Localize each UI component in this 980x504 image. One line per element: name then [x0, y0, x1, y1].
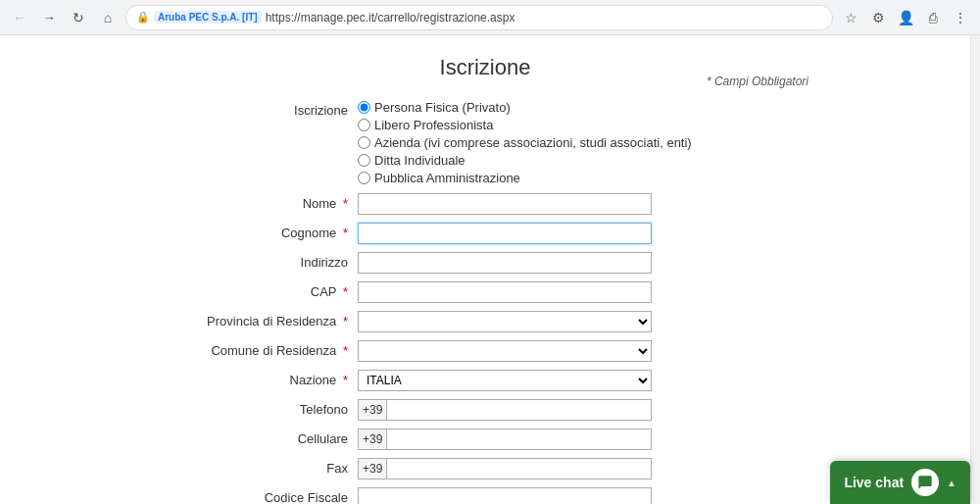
- live-chat-label: Live chat: [844, 475, 904, 490]
- bookmark-button[interactable]: ☆: [839, 6, 862, 29]
- cognome-input[interactable]: [358, 223, 652, 244]
- indirizzo-label: Indirizzo: [162, 252, 358, 270]
- iscrizione-label: Iscrizione: [162, 100, 358, 118]
- forward-button[interactable]: →: [37, 6, 61, 29]
- comune-row: Comune di Residenza *: [162, 340, 808, 362]
- codice-fiscale-input[interactable]: [358, 487, 652, 504]
- iscrizione-pubblica[interactable]: Pubblica Amministrazione: [358, 171, 808, 185]
- company-tag: Aruba PEC S.p.A. [IT]: [154, 11, 262, 24]
- nazione-select[interactable]: ITALIA: [358, 370, 652, 391]
- nazione-label: Nazione *: [162, 370, 358, 387]
- indirizzo-row: Indirizzo: [162, 252, 808, 274]
- iscrizione-azienda[interactable]: Azienda (ivi comprese associazioni, stud…: [358, 135, 808, 150]
- comune-label: Comune di Residenza *: [162, 340, 358, 358]
- iscrizione-pubblica-radio[interactable]: [358, 172, 370, 184]
- cap-input[interactable]: [358, 281, 652, 303]
- telefono-label: Telefono: [162, 399, 358, 417]
- scrollbar[interactable]: [970, 35, 980, 504]
- fax-label: Fax: [162, 458, 358, 476]
- iscrizione-persona-radio[interactable]: [358, 101, 370, 114]
- live-chat-arrow: ▲: [947, 478, 956, 488]
- url-text: https://manage.pec.it/carrello/registraz…: [266, 11, 515, 25]
- iscrizione-options: Persona Fisica (Privato) Libero Professi…: [358, 100, 808, 185]
- telefono-input[interactable]: [386, 399, 652, 421]
- codice-fiscale-label: Codice Fiscale: [162, 487, 358, 504]
- form-container: * Campi Obbligatori Iscrizione Iscrizion…: [142, 55, 828, 504]
- provincia-label: Provincia di Residenza *: [162, 311, 358, 328]
- required-note: * Campi Obbligatori: [707, 75, 808, 88]
- iscrizione-persona[interactable]: Persona Fisica (Privato): [358, 100, 808, 115]
- nome-row: Nome *: [162, 193, 808, 215]
- home-button[interactable]: ⌂: [96, 6, 120, 29]
- page-wrapper: * Campi Obbligatori Iscrizione Iscrizion…: [0, 35, 980, 504]
- iscrizione-libero-radio[interactable]: [358, 119, 370, 131]
- fax-prefix: +39: [358, 458, 386, 479]
- nome-label: Nome *: [162, 193, 358, 211]
- nome-input[interactable]: [358, 193, 652, 215]
- cellulare-prefix: +39: [358, 428, 386, 450]
- page-content: * Campi Obbligatori Iscrizione Iscrizion…: [0, 35, 970, 504]
- back-button[interactable]: ←: [8, 6, 31, 29]
- codice-fiscale-row: Codice Fiscale: [162, 487, 808, 504]
- extensions-button[interactable]: ⚙: [866, 6, 890, 29]
- cap-label: CAP *: [162, 281, 358, 299]
- cellulare-label: Cellulare: [162, 428, 358, 446]
- browser-chrome: ← → ↻ ⌂ 🔒 Aruba PEC S.p.A. [IT] https://…: [0, 0, 980, 35]
- iscrizione-row: Iscrizione Persona Fisica (Privato) Libe…: [162, 100, 808, 185]
- more-button[interactable]: ⋮: [949, 6, 972, 29]
- cellulare-row: Cellulare +39: [162, 428, 808, 450]
- lock-icon: 🔒: [136, 11, 150, 24]
- indirizzo-input[interactable]: [358, 252, 652, 274]
- reload-button[interactable]: ↻: [67, 6, 90, 29]
- address-bar[interactable]: 🔒 Aruba PEC S.p.A. [IT] https://manage.p…: [125, 5, 833, 30]
- provincia-row: Provincia di Residenza *: [162, 311, 808, 332]
- browser-actions: ☆ ⚙ 👤 ⎙ ⋮: [839, 6, 972, 29]
- cognome-label: Cognome *: [162, 223, 358, 240]
- share-button[interactable]: ⎙: [921, 6, 945, 29]
- fax-prefix-group: +39: [358, 458, 652, 479]
- iscrizione-azienda-radio[interactable]: [358, 136, 370, 149]
- iscrizione-ditta-radio[interactable]: [358, 154, 370, 167]
- provincia-select[interactable]: [358, 311, 652, 332]
- telefono-prefix-group: +39: [358, 399, 652, 421]
- cap-row: CAP *: [162, 281, 808, 303]
- telefono-row: Telefono +39: [162, 399, 808, 421]
- telefono-prefix: +39: [358, 399, 386, 421]
- fax-row: Fax +39: [162, 458, 808, 479]
- account-button[interactable]: 👤: [894, 6, 917, 29]
- live-chat-icon: [911, 469, 939, 496]
- live-chat-widget[interactable]: Live chat ▲: [830, 461, 970, 504]
- iscrizione-ditta[interactable]: Ditta Individuale: [358, 153, 808, 168]
- iscrizione-libero[interactable]: Libero Professionista: [358, 118, 808, 132]
- comune-select[interactable]: [358, 340, 652, 362]
- cellulare-prefix-group: +39: [358, 428, 652, 450]
- nazione-row: Nazione * ITALIA: [162, 370, 808, 391]
- fax-input[interactable]: [386, 458, 652, 479]
- cognome-row: Cognome *: [162, 223, 808, 244]
- cellulare-input[interactable]: [386, 428, 652, 450]
